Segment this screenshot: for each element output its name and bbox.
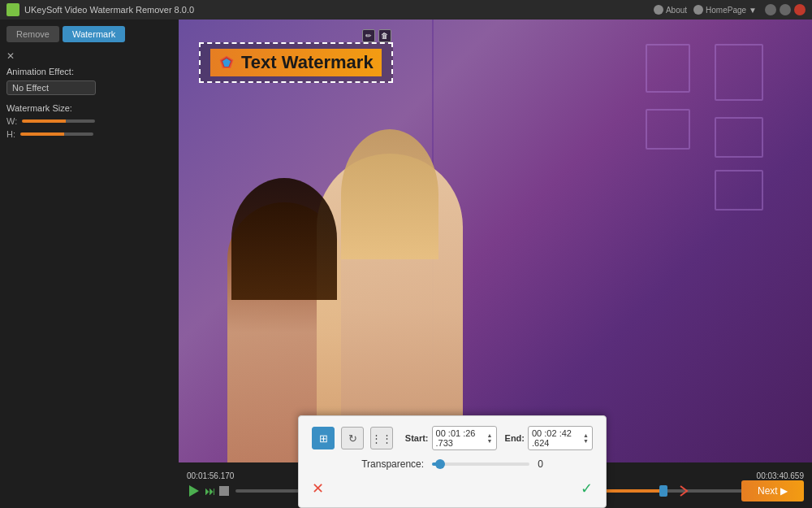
video-background bbox=[179, 20, 812, 462]
stop-button[interactable] bbox=[219, 486, 229, 496]
transparence-row: Transparence: 0 bbox=[312, 458, 593, 470]
h-label: H: bbox=[6, 129, 15, 139]
tab-bar: Remove Watermark bbox=[6, 26, 172, 42]
maximize-button[interactable] bbox=[780, 4, 791, 15]
popup-toolbar: ⊞ ↻ ⋮⋮ Start: 00 :01 :26 .733 ▲ bbox=[312, 426, 593, 450]
app-logo bbox=[6, 3, 19, 16]
effect-dropdown[interactable]: No Effect bbox=[6, 80, 96, 95]
skip-forward-icon[interactable]: ⏭ bbox=[205, 484, 216, 497]
start-spin-buttons[interactable]: ▲ ▼ bbox=[487, 432, 493, 444]
home-icon bbox=[693, 5, 703, 15]
transparence-value: 0 bbox=[538, 458, 543, 470]
tab-watermark[interactable]: Watermark bbox=[63, 26, 125, 42]
video-area: ✏ 🗑 Text Watermark bbox=[179, 20, 812, 462]
watermark-selection-box[interactable]: ✏ 🗑 Text Watermark bbox=[199, 42, 393, 83]
diamond-logo-icon bbox=[218, 54, 235, 71]
popup-grid-tool[interactable]: ⋮⋮ bbox=[370, 427, 393, 449]
start-spin-up[interactable]: ▲ bbox=[487, 432, 493, 438]
end-spin-buttons[interactable]: ▲ ▼ bbox=[583, 432, 589, 444]
popup-confirm-button[interactable]: ✓ bbox=[581, 480, 593, 497]
panel-content: ✕ Animation Effect: No Effect Watermark … bbox=[6, 50, 172, 501]
wall-deco-3 bbox=[715, 170, 763, 211]
time-fields: Start: 00 :01 :26 .733 ▲ ▼ End: 00 :0 bbox=[400, 426, 593, 450]
minimize-button[interactable] bbox=[765, 4, 776, 15]
window-controls bbox=[765, 4, 806, 15]
animation-effect-row: Animation Effect: No Effect bbox=[6, 67, 172, 95]
watermark-display: Text Watermark bbox=[210, 49, 382, 76]
play-controls: ⏭ bbox=[187, 484, 229, 498]
w-row: W: bbox=[6, 116, 172, 126]
popup-panel: ⊞ ↻ ⋮⋮ Start: 00 :01 :26 .733 ▲ bbox=[298, 415, 607, 508]
h-row: H: bbox=[6, 129, 172, 139]
size-label: Watermark Size: bbox=[6, 103, 172, 113]
popup-actions: ✕ ✓ bbox=[312, 476, 593, 497]
wall-deco-2 bbox=[715, 117, 763, 158]
start-label: Start: bbox=[405, 433, 429, 443]
watermark-delete-icon[interactable]: 🗑 bbox=[378, 29, 391, 42]
right-area: ✏ 🗑 Text Watermark 00:01:56.170 00:01:26… bbox=[179, 20, 812, 508]
left-panel: Remove Watermark ✕ Animation Effect: No … bbox=[0, 20, 179, 508]
hair-right bbox=[341, 129, 438, 259]
end-time-value: 00 :02 :42 .624 bbox=[532, 428, 583, 448]
tab-remove[interactable]: Remove bbox=[6, 26, 59, 42]
hair-left bbox=[231, 178, 337, 300]
end-label: End: bbox=[505, 433, 525, 443]
transparence-slider[interactable] bbox=[432, 462, 529, 466]
titlebar-right: About HomePage ▼ bbox=[654, 4, 806, 15]
app-title: UKeySoft Video Watermark Remover 8.0.0 bbox=[24, 5, 194, 15]
wall-deco-4 bbox=[646, 44, 690, 93]
play-button[interactable] bbox=[187, 484, 201, 498]
titlebar-left: UKeySoft Video Watermark Remover 8.0.0 bbox=[6, 3, 194, 16]
popup-refresh-tool[interactable]: ↻ bbox=[341, 427, 364, 449]
wall-deco-1 bbox=[715, 44, 763, 101]
end-spin-up[interactable]: ▲ bbox=[583, 432, 589, 438]
transparence-thumb bbox=[435, 459, 445, 469]
main-layout: Remove Watermark ✕ Animation Effect: No … bbox=[0, 20, 812, 508]
titlebar: UKeySoft Video Watermark Remover 8.0.0 A… bbox=[0, 0, 812, 20]
start-time-input[interactable]: 00 :01 :26 .733 ▲ ▼ bbox=[432, 426, 497, 450]
lock-icon bbox=[654, 5, 663, 15]
nav-homepage[interactable]: HomePage ▼ bbox=[693, 5, 757, 15]
popup-cancel-button[interactable]: ✕ bbox=[312, 480, 324, 497]
transparence-label: Transparence: bbox=[361, 458, 424, 470]
watermark-controls: ✏ 🗑 bbox=[362, 29, 391, 42]
nav-about[interactable]: About bbox=[654, 5, 687, 15]
wall-deco-5 bbox=[646, 109, 690, 150]
watermark-edit-icon[interactable]: ✏ bbox=[362, 29, 375, 42]
w-label: W: bbox=[6, 116, 17, 126]
size-row: Watermark Size: W: H: bbox=[6, 103, 172, 139]
start-spin-down[interactable]: ▼ bbox=[487, 438, 493, 444]
end-field-group: End: 00 :02 :42 .624 ▲ ▼ bbox=[505, 426, 593, 450]
end-time-input[interactable]: 00 :02 :42 .624 ▲ ▼ bbox=[528, 426, 593, 450]
start-time-value: 00 :01 :26 .733 bbox=[436, 428, 487, 448]
current-time-label: 00:01:56.170 bbox=[187, 471, 234, 480]
w-slider[interactable] bbox=[22, 119, 95, 123]
popup-filter-tool[interactable]: ⊞ bbox=[312, 427, 335, 449]
end-spin-down[interactable]: ▼ bbox=[583, 438, 589, 444]
panel-close-icon[interactable]: ✕ bbox=[6, 50, 172, 62]
range-end-arrow-icon bbox=[676, 484, 689, 497]
nav-items: About HomePage ▼ bbox=[654, 5, 757, 15]
close-button[interactable] bbox=[794, 4, 806, 15]
next-button[interactable]: Next ▶ bbox=[741, 480, 804, 501]
h-slider[interactable] bbox=[20, 132, 93, 136]
play-triangle-icon bbox=[189, 485, 199, 497]
animation-effect-label: Animation Effect: bbox=[6, 67, 172, 76]
range-end-thumb[interactable] bbox=[659, 485, 667, 497]
end-time-label: 00:03:40.659 bbox=[757, 471, 804, 480]
start-field-group: Start: 00 :01 :26 .733 ▲ ▼ bbox=[405, 426, 497, 450]
